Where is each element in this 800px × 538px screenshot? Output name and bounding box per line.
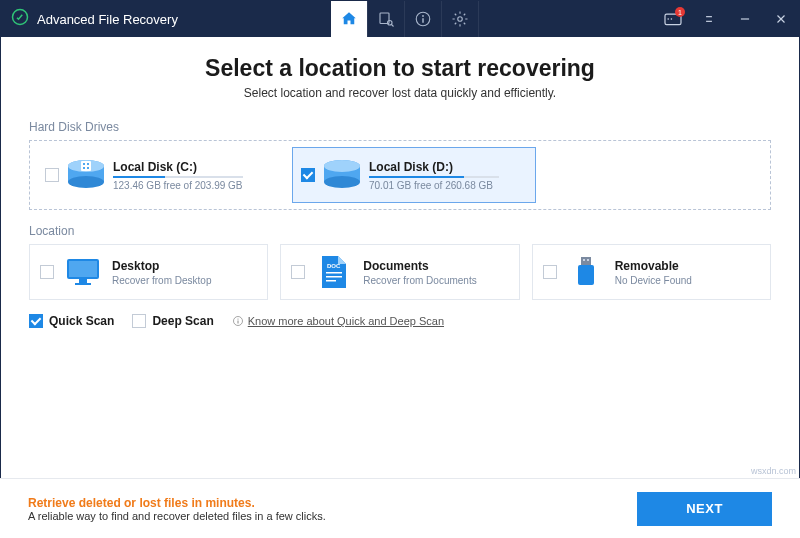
svg-point-10 <box>671 18 673 20</box>
location-sub: Recover from Desktop <box>112 275 211 286</box>
location-name: Removable <box>615 259 692 273</box>
location-checkbox[interactable] <box>543 265 557 279</box>
svg-rect-18 <box>81 161 91 171</box>
svg-rect-22 <box>87 167 89 169</box>
location-checkbox[interactable] <box>40 265 54 279</box>
tab-home[interactable] <box>331 1 367 37</box>
section-label-location: Location <box>29 224 771 238</box>
svg-rect-37 <box>587 259 589 261</box>
svg-point-9 <box>667 18 669 20</box>
footer-subtext: A reliable way to find and recover delet… <box>28 510 326 522</box>
svg-point-7 <box>458 17 463 22</box>
tab-search[interactable] <box>368 1 404 37</box>
page-header: Select a location to start recovering Se… <box>1 37 799 106</box>
svg-rect-11 <box>706 16 712 17</box>
svg-point-6 <box>422 15 424 17</box>
drive-checkbox[interactable] <box>301 168 315 182</box>
page-title: Select a location to start recovering <box>1 55 799 82</box>
svg-rect-19 <box>83 163 85 165</box>
svg-point-25 <box>324 176 360 188</box>
desktop-icon <box>60 252 106 292</box>
svg-rect-21 <box>83 167 85 169</box>
svg-line-3 <box>391 24 393 26</box>
window-close-button[interactable] <box>763 1 799 37</box>
deep-scan-option[interactable]: Deep Scan <box>132 314 213 328</box>
location-name: Documents <box>363 259 476 273</box>
svg-rect-20 <box>87 163 89 165</box>
footer: Retrieve deleted or lost files in minute… <box>0 478 800 538</box>
scan-options: Quick Scan Deep Scan Know more about Qui… <box>29 314 771 328</box>
svg-point-26 <box>324 160 360 172</box>
drive-group: Local Disk (C:) 123.46 GB free of 203.99… <box>29 140 771 210</box>
hdd-icon <box>63 155 109 195</box>
window-minimize-button[interactable] <box>727 1 763 37</box>
location-checkbox[interactable] <box>291 265 305 279</box>
drive-name: Local Disk (D:) <box>369 160 527 174</box>
titlebar: Advanced File Recovery 1 <box>1 1 799 37</box>
notification-badge: 1 <box>675 7 685 17</box>
drive-checkbox[interactable] <box>45 168 59 182</box>
footer-headline: Retrieve deleted or lost files in minute… <box>28 496 326 510</box>
drive-free-text: 123.46 GB free of 203.99 GB <box>113 180 271 191</box>
drive-free-text: 70.01 GB free of 260.68 GB <box>369 180 527 191</box>
location-sub: Recover from Documents <box>363 275 476 286</box>
hdd-icon <box>319 155 365 195</box>
app-logo-icon <box>11 8 29 30</box>
svg-rect-33 <box>326 276 342 278</box>
app-title: Advanced File Recovery <box>37 12 178 27</box>
header-tabs <box>331 1 479 37</box>
drive-card-d[interactable]: Local Disk (D:) 70.01 GB free of 260.68 … <box>292 147 536 203</box>
drive-name: Local Disk (C:) <box>113 160 271 174</box>
documents-icon: DOC <box>311 252 357 292</box>
usb-icon <box>563 252 609 292</box>
location-card-removable[interactable]: Removable No Device Found <box>532 244 771 300</box>
location-group: Desktop Recover from Desktop DOC Documen… <box>29 244 771 300</box>
tab-info[interactable] <box>405 1 441 37</box>
deep-scan-checkbox[interactable] <box>132 314 146 328</box>
notifications-button[interactable]: 1 <box>655 1 691 37</box>
svg-rect-30 <box>75 283 91 285</box>
svg-rect-38 <box>578 265 594 285</box>
drive-card-c[interactable]: Local Disk (C:) 123.46 GB free of 203.99… <box>36 147 280 203</box>
window-pin-button[interactable] <box>691 1 727 37</box>
location-card-documents[interactable]: DOC Documents Recover from Documents <box>280 244 519 300</box>
svg-point-16 <box>68 176 104 188</box>
watermark: wsxdn.com <box>751 466 796 476</box>
svg-point-41 <box>237 318 238 319</box>
page-subtitle: Select location and recover lost data qu… <box>1 86 799 100</box>
location-sub: No Device Found <box>615 275 692 286</box>
drive-usage-bar <box>369 176 499 178</box>
svg-rect-29 <box>79 279 87 283</box>
deep-scan-label: Deep Scan <box>152 314 213 328</box>
svg-rect-13 <box>741 18 749 19</box>
svg-rect-34 <box>326 280 336 282</box>
svg-rect-12 <box>706 21 712 22</box>
tab-settings[interactable] <box>442 1 478 37</box>
svg-rect-28 <box>69 261 97 277</box>
quick-scan-option[interactable]: Quick Scan <box>29 314 114 328</box>
section-label-drives: Hard Disk Drives <box>29 120 771 134</box>
quick-scan-checkbox[interactable] <box>29 314 43 328</box>
location-card-desktop[interactable]: Desktop Recover from Desktop <box>29 244 268 300</box>
svg-rect-35 <box>581 257 591 265</box>
svg-rect-32 <box>326 272 342 274</box>
location-name: Desktop <box>112 259 211 273</box>
drive-usage-bar <box>113 176 243 178</box>
svg-text:DOC: DOC <box>327 263 341 269</box>
know-more-link[interactable]: Know more about Quick and Deep Scan <box>232 315 444 327</box>
info-icon <box>232 315 244 327</box>
svg-rect-36 <box>583 259 585 261</box>
quick-scan-label: Quick Scan <box>49 314 114 328</box>
next-button[interactable]: NEXT <box>637 492 772 526</box>
